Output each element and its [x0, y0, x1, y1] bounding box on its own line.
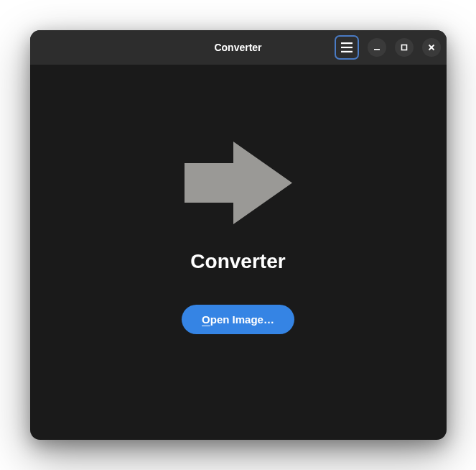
minimize-icon: [373, 44, 381, 51]
hamburger-icon: [341, 42, 353, 52]
svg-marker-7: [185, 142, 292, 224]
close-icon: [428, 44, 435, 51]
minimize-button[interactable]: [368, 38, 386, 57]
hamburger-menu-button[interactable]: [335, 35, 359, 60]
svg-rect-1: [341, 47, 353, 48]
maximize-button[interactable]: [395, 38, 414, 57]
svg-rect-3: [374, 49, 380, 50]
svg-rect-4: [401, 45, 406, 50]
titlebar: Converter: [30, 30, 447, 65]
maximize-icon: [401, 44, 408, 51]
welcome-screen: Converter Open Image…: [30, 65, 447, 440]
open-image-button[interactable]: Open Image…: [182, 305, 294, 334]
app-window: Converter: [30, 30, 447, 440]
window-controls: [335, 35, 441, 60]
arrow-right-icon: [185, 142, 292, 224]
close-button[interactable]: [422, 38, 441, 57]
app-name-heading: Converter: [190, 250, 285, 273]
svg-rect-0: [341, 42, 353, 44]
svg-rect-2: [341, 51, 353, 52]
open-button-text: pen Image…: [210, 313, 274, 326]
open-button-mnemonic: O: [202, 313, 210, 326]
